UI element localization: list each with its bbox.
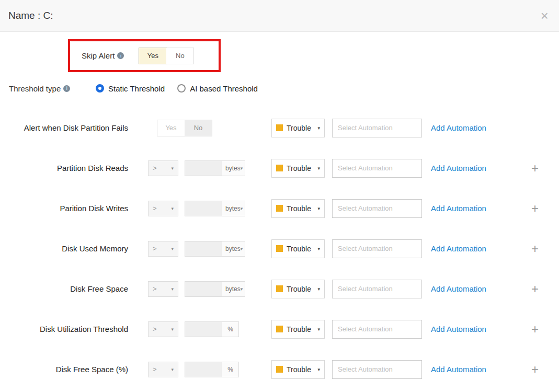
threshold-value-group: bytes ▾ bbox=[185, 201, 245, 216]
add-automation-link[interactable]: Add Automation bbox=[431, 164, 486, 172]
comparator-select[interactable]: > ▾ bbox=[148, 241, 178, 257]
comparator-select[interactable]: > ▾ bbox=[148, 201, 178, 216]
add-automation-link[interactable]: Add Automation bbox=[431, 284, 486, 293]
comparator-select[interactable]: > ▾ bbox=[148, 321, 178, 337]
row-yes-button[interactable]: Yes bbox=[157, 120, 185, 136]
chevron-down-icon: ▾ bbox=[317, 367, 320, 372]
threshold-value-input[interactable] bbox=[185, 201, 222, 216]
add-automation-link[interactable]: Add Automation bbox=[431, 365, 486, 374]
row-mid-controls: > ▾ bytes ▾ bbox=[148, 160, 245, 176]
skip-alert-yes-button[interactable]: Yes bbox=[139, 48, 166, 64]
close-icon[interactable]: × bbox=[541, 9, 549, 22]
info-icon: i bbox=[63, 85, 70, 92]
unit-select[interactable]: bytes ▾ bbox=[222, 201, 245, 216]
row-label: Disk Free Space (%) bbox=[0, 365, 128, 374]
severity-select[interactable]: Trouble ▾ bbox=[271, 239, 325, 258]
skip-alert-no-button[interactable]: No bbox=[166, 48, 193, 64]
severity-value: Trouble bbox=[287, 164, 311, 172]
skip-alert-label: Skip Alert bbox=[82, 51, 115, 60]
severity-select[interactable]: Trouble ▾ bbox=[271, 119, 325, 137]
radio-static-threshold[interactable]: Static Threshold bbox=[96, 84, 165, 93]
unit-value: bytes bbox=[225, 245, 241, 252]
unit-select[interactable]: bytes ▾ bbox=[222, 161, 245, 176]
row-threshold-controls: > ▾ bytes ▾ bbox=[148, 160, 245, 176]
select-automation-input[interactable] bbox=[332, 280, 422, 298]
severity-value: Trouble bbox=[287, 204, 311, 213]
plus-icon[interactable]: + bbox=[529, 162, 541, 175]
plus-icon[interactable]: + bbox=[529, 323, 541, 336]
unit-value: bytes bbox=[225, 285, 241, 293]
row-mid-controls: > ▾ % ▾ bbox=[148, 321, 245, 337]
unit-select[interactable]: bytes ▾ bbox=[222, 241, 245, 256]
trouble-severity-swatch bbox=[276, 366, 283, 373]
trouble-severity-swatch bbox=[276, 205, 283, 212]
chevron-down-icon: ▾ bbox=[171, 367, 174, 372]
severity-select[interactable]: Trouble ▾ bbox=[271, 199, 325, 218]
row-label: Alert when Disk Partition Fails bbox=[0, 123, 128, 132]
threshold-value-group: bytes ▾ bbox=[185, 160, 245, 176]
select-automation-input[interactable] bbox=[332, 199, 422, 218]
severity-select[interactable]: Trouble ▾ bbox=[271, 280, 325, 298]
select-automation-input[interactable] bbox=[332, 159, 422, 178]
chevron-down-icon: ▾ bbox=[317, 206, 320, 211]
severity-select[interactable]: Trouble ▾ bbox=[271, 320, 325, 339]
row-threshold-controls: > ▾ % ▾ bbox=[148, 321, 245, 337]
unit-select[interactable]: % ▾ bbox=[222, 362, 238, 377]
threshold-value-input[interactable] bbox=[185, 161, 222, 176]
trouble-severity-swatch bbox=[276, 124, 283, 131]
trouble-severity-swatch bbox=[276, 326, 283, 332]
threshold-value-input[interactable] bbox=[185, 241, 222, 256]
comparator-value: > bbox=[153, 325, 157, 333]
threshold-row: Parition Disk Writes > ▾ bytes ▾ bbox=[0, 188, 559, 228]
select-automation-input[interactable] bbox=[332, 320, 422, 339]
threshold-value-group: % ▾ bbox=[185, 362, 239, 377]
select-automation-input[interactable] bbox=[332, 239, 422, 258]
comparator-select[interactable]: > ▾ bbox=[148, 362, 178, 377]
threshold-value-input[interactable] bbox=[185, 322, 222, 337]
row-no-button[interactable]: No bbox=[185, 120, 212, 136]
severity-value: Trouble bbox=[287, 124, 311, 132]
trouble-severity-swatch bbox=[276, 245, 283, 252]
threshold-row: Partition Disk Reads > ▾ bytes ▾ bbox=[0, 148, 559, 188]
row-label: Disk Free Space bbox=[0, 284, 128, 293]
select-automation-input[interactable] bbox=[332, 360, 422, 379]
comparator-select[interactable]: > ▾ bbox=[148, 160, 178, 176]
unit-value: bytes bbox=[225, 205, 241, 212]
radio-ai-based-threshold[interactable]: AI based Threshold bbox=[177, 84, 258, 93]
threshold-row: Disk Utilization Threshold > ▾ % ▾ bbox=[0, 309, 559, 349]
severity-select[interactable]: Trouble ▾ bbox=[271, 159, 325, 178]
row-threshold-controls: > ▾ bytes ▾ bbox=[148, 241, 245, 257]
add-automation-link[interactable]: Add Automation bbox=[431, 123, 486, 132]
plus-icon[interactable]: + bbox=[529, 283, 541, 295]
row-label: Parition Disk Writes bbox=[0, 204, 128, 213]
plus-icon[interactable]: + bbox=[529, 202, 541, 215]
threshold-row: Disk Free Space (%) > ▾ % ▾ bbox=[0, 349, 559, 389]
comparator-value: > bbox=[153, 285, 157, 293]
add-automation-link[interactable]: Add Automation bbox=[431, 204, 486, 213]
unit-select[interactable]: bytes ▾ bbox=[222, 282, 245, 296]
trouble-severity-swatch bbox=[276, 165, 283, 171]
row-mid-controls: > ▾ % ▾ bbox=[148, 362, 245, 377]
comparator-value: > bbox=[153, 245, 157, 252]
plus-icon[interactable]: + bbox=[529, 363, 541, 376]
select-automation-input[interactable] bbox=[332, 119, 422, 137]
add-automation-link[interactable]: Add Automation bbox=[431, 325, 486, 333]
comparator-value: > bbox=[153, 204, 157, 212]
radio-static-threshold-label: Static Threshold bbox=[108, 84, 165, 93]
threshold-type-label-group: Threshold type i bbox=[9, 84, 96, 93]
row-threshold-controls: > ▾ bytes ▾ bbox=[148, 281, 245, 297]
threshold-value-input[interactable] bbox=[185, 362, 222, 377]
threshold-value-input[interactable] bbox=[185, 282, 222, 296]
unit-value: % bbox=[227, 366, 233, 373]
chevron-down-icon: ▾ bbox=[171, 246, 174, 251]
trouble-severity-swatch bbox=[276, 285, 283, 292]
unit-select[interactable]: % ▾ bbox=[222, 322, 238, 337]
severity-select[interactable]: Trouble ▾ bbox=[271, 360, 325, 379]
add-automation-link[interactable]: Add Automation bbox=[431, 244, 486, 253]
chevron-down-icon: ▾ bbox=[317, 125, 320, 131]
chevron-down-icon: ▾ bbox=[241, 206, 243, 211]
comparator-select[interactable]: > ▾ bbox=[148, 281, 178, 297]
row-label: Partition Disk Reads bbox=[0, 164, 128, 172]
chevron-down-icon: ▾ bbox=[317, 246, 320, 251]
plus-icon[interactable]: + bbox=[529, 243, 541, 255]
